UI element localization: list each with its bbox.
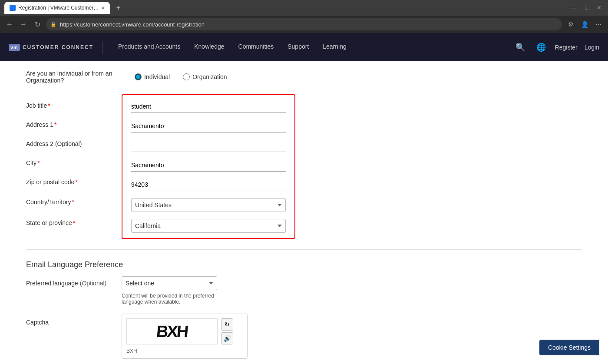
labels-column: Job title * Address 1 * Address 2 (Optio… <box>26 94 122 233</box>
pref-label: Preferred language (Optional) <box>26 276 122 287</box>
close-window-button[interactable]: × <box>595 4 604 12</box>
section-divider <box>26 249 582 250</box>
cookie-settings-button[interactable]: Cookie Settings <box>539 340 599 355</box>
address-bar-wrap: 🔒 <box>46 18 562 30</box>
captcha-label: Captcha <box>26 314 122 326</box>
window-controls: — □ × <box>568 4 604 12</box>
city-label: City * <box>26 153 122 172</box>
country-select[interactable]: United States Canada Mexico United Kingd… <box>131 198 286 212</box>
captcha-image-area: BXH ↻ 🔊 <box>126 318 243 344</box>
captcha-input-label: BXH <box>126 348 243 354</box>
forward-button[interactable]: → <box>18 19 29 30</box>
nav-links: Products and Accounts Knowledge Communit… <box>111 33 354 61</box>
more-icon[interactable]: ⋯ <box>593 19 604 30</box>
zip-label: Zip or postal code * <box>26 172 122 192</box>
captcha-display-text: BXH <box>155 322 188 341</box>
address1-input[interactable] <box>131 120 286 132</box>
back-button[interactable]: ← <box>4 19 15 30</box>
page-content: Are you an Individual or from an Organiz… <box>0 61 608 364</box>
browser-addressbar: ← → ↻ 🔒 ⚙ 👤 ⋯ <box>0 16 608 33</box>
nav-item-knowledge[interactable]: Knowledge <box>187 33 231 61</box>
browser-titlebar: Registration | VMware Customer… × + — □ … <box>0 0 608 16</box>
organization-option[interactable]: Organization <box>183 73 227 80</box>
captcha-box: BXH ↻ 🔊 BXH <box>122 314 248 359</box>
address-input[interactable] <box>46 18 562 30</box>
refresh-button[interactable]: ↻ <box>32 19 43 30</box>
state-wrap: California Texas New York Florida <box>131 219 286 233</box>
individual-option[interactable]: Individual <box>135 73 170 80</box>
pref-language-select[interactable]: Select one English Spanish French <box>122 276 217 290</box>
register-button[interactable]: Register <box>555 44 578 51</box>
lock-icon: 🔒 <box>50 22 56 27</box>
job-title-input[interactable] <box>131 100 286 113</box>
zip-wrap <box>131 179 286 191</box>
city-wrap <box>131 159 286 172</box>
nav-item-communities[interactable]: Communities <box>231 33 281 61</box>
login-button[interactable]: Login <box>585 44 599 51</box>
nav-item-support[interactable]: Support <box>281 33 316 61</box>
minimize-button[interactable]: — <box>568 4 580 12</box>
app-wrapper: vm CUSTOMER CONNECT Products and Account… <box>0 33 608 364</box>
maximize-button[interactable]: □ <box>582 4 592 12</box>
address2-wrap <box>131 139 286 152</box>
job-title-label: Job title * <box>26 96 122 115</box>
organization-radio[interactable] <box>183 73 190 80</box>
nav-item-products[interactable]: Products and Accounts <box>111 33 187 61</box>
country-wrap: United States Canada Mexico United Kingd… <box>131 198 286 212</box>
app-nav: vm CUSTOMER CONNECT Products and Account… <box>0 33 608 61</box>
captcha-image: BXH <box>126 318 218 344</box>
vmware-logo: vm CUSTOMER CONNECT <box>9 44 93 51</box>
individual-org-row: Are you an Individual or from an Organiz… <box>26 70 582 84</box>
state-select[interactable]: California Texas New York Florida <box>131 219 286 233</box>
address2-input[interactable] <box>131 139 286 152</box>
captcha-refresh-button[interactable]: ↻ <box>221 318 233 331</box>
state-label: State or province * <box>26 212 122 233</box>
browser-toolbar-right: ⚙ 👤 ⋯ <box>565 19 604 30</box>
country-label: Country/Territory * <box>26 192 122 212</box>
new-tab-button[interactable]: + <box>113 3 123 13</box>
tab-close-button[interactable]: × <box>101 4 105 11</box>
address1-label: Address 1 * <box>26 115 122 134</box>
globe-icon[interactable]: 🌐 <box>534 40 548 54</box>
search-icon[interactable]: 🔍 <box>513 40 527 54</box>
zip-input[interactable] <box>131 179 286 191</box>
address-form-box: United States Canada Mexico United Kingd… <box>122 94 295 239</box>
profile-icon[interactable]: 👤 <box>579 19 590 30</box>
individual-radio[interactable] <box>135 73 142 80</box>
tab-favicon <box>10 5 16 11</box>
tab-title: Registration | VMware Customer… <box>18 5 99 11</box>
browser-chrome: Registration | VMware Customer… × + — □ … <box>0 0 608 33</box>
email-pref-section: Email Language Preference Preferred lang… <box>26 260 582 305</box>
pref-row: Preferred language (Optional) Select one… <box>26 276 582 305</box>
pref-field-wrap: Select one English Spanish French Conten… <box>122 276 217 305</box>
logo-text: CUSTOMER CONNECT <box>23 44 93 50</box>
organization-label: Organization <box>192 73 227 80</box>
extensions-icon[interactable]: ⚙ <box>565 19 576 30</box>
form-area: Job title * Address 1 * Address 2 (Optio… <box>26 94 582 239</box>
captcha-row: Captcha BXH ↻ 🔊 BXH <box>26 314 582 359</box>
nav-item-learning[interactable]: Learning <box>316 33 354 61</box>
job-title-wrap <box>131 100 286 113</box>
nav-right: 🔍 🌐 Register Login <box>513 40 599 54</box>
address1-wrap <box>131 120 286 132</box>
captcha-audio-button[interactable]: 🔊 <box>221 332 233 344</box>
captcha-controls: ↻ 🔊 <box>221 318 233 344</box>
nav-divider <box>102 41 102 54</box>
address2-label: Address 2 (Optional) <box>26 134 122 153</box>
vmware-logo-mark: vm <box>9 44 20 51</box>
browser-tab[interactable]: Registration | VMware Customer… × <box>4 2 110 14</box>
city-input[interactable] <box>131 159 286 172</box>
pref-helper-text: Content will be provided in the preferre… <box>122 293 217 305</box>
email-pref-title: Email Language Preference <box>26 260 582 269</box>
individual-label: Individual <box>144 73 170 80</box>
individual-org-question: Are you an Individual or from an Organiz… <box>26 70 122 84</box>
